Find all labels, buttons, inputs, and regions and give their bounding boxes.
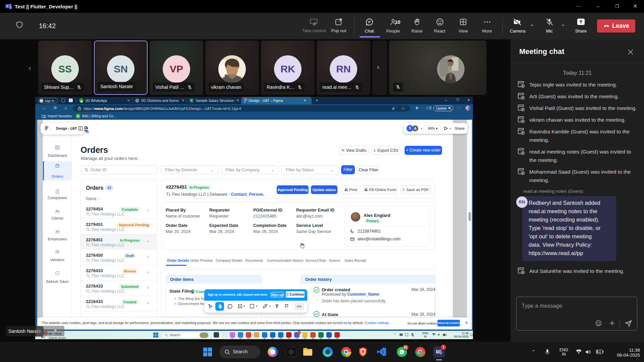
svg-text:T: T (6, 5, 8, 8)
svg-text:T: T (437, 350, 439, 353)
